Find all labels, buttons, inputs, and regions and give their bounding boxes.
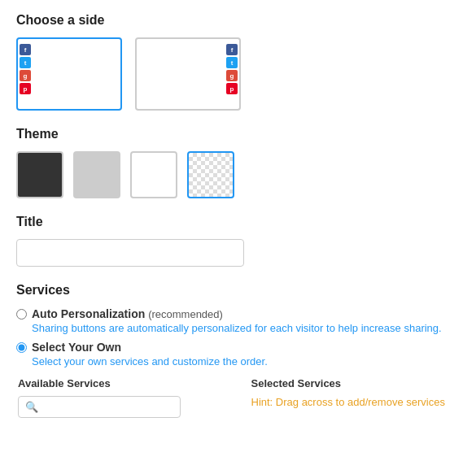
theme-dark[interactable]	[16, 151, 63, 198]
select-your-own-label-group: Select Your Own Select your own services…	[32, 341, 268, 367]
pin-icon-r: p	[226, 83, 238, 94]
choose-side-section: Choose a side f t g p f t g p	[16, 13, 460, 111]
tw-icon: t	[20, 57, 31, 68]
selected-services-hint: Hint: Drag across to add/remove services	[251, 396, 461, 408]
auto-personalization-radio[interactable]	[16, 309, 27, 320]
title-section: Title	[16, 215, 460, 267]
left-icons: f t g p	[20, 44, 31, 94]
selected-services-title: Selected Services	[251, 377, 461, 389]
choose-side-title: Choose a side	[16, 13, 460, 28]
theme-white[interactable]	[130, 151, 177, 198]
search-box[interactable]: 🔍	[18, 396, 181, 418]
select-your-own-description: Select your own services and customize t…	[32, 355, 268, 367]
theme-light-gray[interactable]	[73, 151, 120, 198]
select-your-own-option[interactable]: Select Your Own Select your own services…	[16, 341, 460, 367]
side-option-left[interactable]: f t g p	[16, 37, 122, 111]
tw-icon-r: t	[226, 57, 238, 68]
select-your-own-label: Select Your Own	[32, 341, 121, 354]
available-services-title: Available Services	[18, 377, 227, 389]
available-services-col: Available Services 🔍	[18, 377, 227, 418]
fb-icon-r: f	[226, 44, 238, 55]
services-title: Services	[16, 283, 460, 298]
title-label: Title	[16, 215, 460, 229]
right-icons: f t g p	[226, 44, 238, 94]
theme-title: Theme	[16, 127, 460, 141]
auto-personalization-label-group: Auto Personalization (recommended) Shari…	[32, 307, 442, 334]
services-section: Services Auto Personalization (recommend…	[16, 283, 460, 418]
gp-icon: g	[20, 70, 31, 81]
side-options: f t g p f t g p	[16, 37, 460, 111]
services-columns: Available Services 🔍 Selected Services H…	[16, 377, 460, 418]
search-input[interactable]	[43, 401, 180, 413]
recommended-text: (recommended)	[148, 308, 223, 320]
auto-personalization-description: Sharing buttons are automatically person…	[32, 322, 442, 334]
pin-icon: p	[20, 83, 31, 94]
theme-options	[16, 151, 460, 198]
auto-personalization-label: Auto Personalization	[32, 307, 145, 320]
select-your-own-radio[interactable]	[16, 342, 27, 353]
side-option-right[interactable]: f t g p	[135, 37, 241, 111]
search-icon: 🔍	[25, 401, 38, 413]
theme-section: Theme	[16, 127, 460, 198]
selected-services-col: Selected Services Hint: Drag across to a…	[251, 377, 461, 418]
title-input[interactable]	[16, 239, 244, 267]
theme-custom[interactable]	[187, 151, 234, 198]
gp-icon-r: g	[226, 70, 238, 81]
auto-personalization-option[interactable]: Auto Personalization (recommended) Shari…	[16, 307, 460, 334]
fb-icon: f	[20, 44, 31, 55]
